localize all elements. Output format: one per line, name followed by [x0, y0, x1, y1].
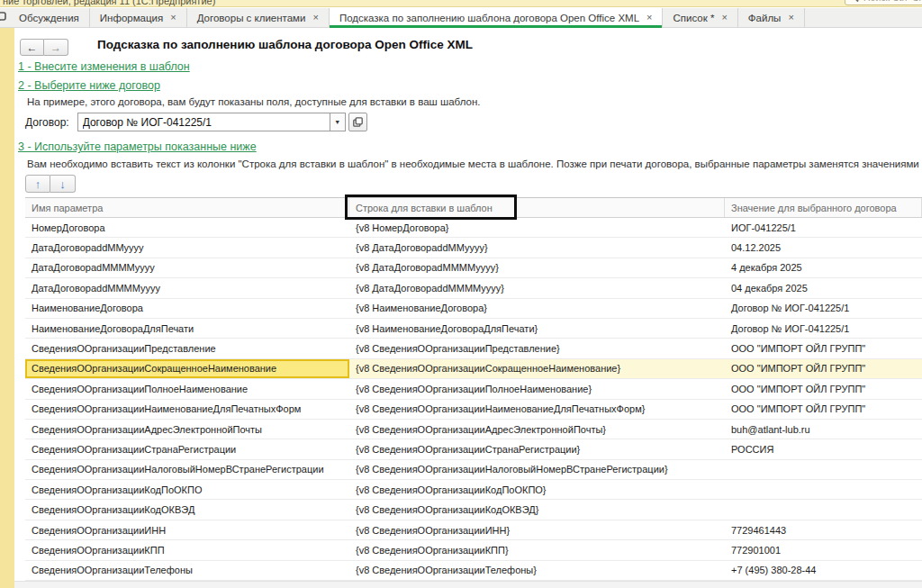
table-row[interactable]: ДатаДоговораdMMMMyyyy{v8 ДатаДоговораdMM… [25, 258, 922, 278]
table-row[interactable]: НаименованиеДоговора{v8 НаименованиеДого… [25, 299, 922, 319]
value-cell[interactable]: 04 декабря 2025 [725, 278, 922, 297]
forward-button[interactable]: → [44, 39, 68, 56]
table-row[interactable]: СведенияООрганизацииТелефоны{v8 Сведения… [25, 561, 922, 581]
table-row[interactable]: СведенияООрганизацииСокращенноеНаименова… [25, 359, 922, 379]
move-down-button[interactable]: ↓ [50, 175, 76, 193]
tab-item-3[interactable]: Подсказка по заполнению шаблона договора… [330, 8, 664, 27]
insert-string-cell[interactable]: {v8 СведенияООрганизацииИНН} [349, 520, 725, 539]
value-cell[interactable]: 772901001 [725, 540, 922, 559]
tab-item-4[interactable]: Список *× [663, 8, 737, 27]
step2-link[interactable]: 2 - Выберите ниже договор [18, 79, 160, 92]
insert-string-cell[interactable]: {v8 СведенияООрганизацииКПП} [349, 540, 725, 559]
contract-input[interactable] [77, 113, 330, 131]
table-row[interactable]: СведенияООрганизацииКодПоОКПО{v8 Сведени… [25, 480, 922, 500]
table-row[interactable]: ДатаДоговораddMMMMyyyy{v8 ДатаДоговораdd… [25, 278, 922, 298]
insert-string-cell[interactable]: {v8 СведенияООрганизацииПредставление} [349, 339, 725, 357]
param-name-cell[interactable]: СведенияООрганизацииСтранаРегистрации [25, 439, 349, 458]
insert-string-cell[interactable]: {v8 СведенияООрганизацииПолноеНаименован… [349, 379, 725, 398]
insert-string-cell[interactable]: {v8 СведенияООрганизацииСтранаРегистраци… [349, 439, 725, 458]
table-row[interactable]: СведенияООрганизацииНалоговыйНомерВСтран… [25, 460, 922, 480]
param-name-cell[interactable]: СведенияООрганизацииКодПоОКПО [25, 480, 349, 499]
table-row[interactable]: СведенияООрганизацииСтранаРегистрации{v8… [25, 439, 922, 459]
insert-string-cell[interactable]: {v8 СведенияООрганизацииСокращенноеНаиме… [349, 359, 725, 378]
global-search-input[interactable]: Поиск Ctrl+Shift+F [845, 0, 922, 5]
table-row[interactable]: НаименованиеДоговораДляПечати{v8 Наимено… [25, 319, 922, 339]
step3-link[interactable]: 3 - Используйте параметры показанные ниж… [18, 140, 257, 153]
insert-string-cell[interactable]: {v8 ДатаДоговораdMMMMyyyy} [349, 258, 725, 277]
param-name-cell[interactable]: СведенияООрганизацииКПП [25, 540, 349, 559]
insert-string-cell[interactable]: {v8 СведенияООрганизацииКодПоОКПО} [349, 480, 725, 499]
back-icon: ← [27, 41, 38, 54]
param-name-cell[interactable]: СведенияООрганизацииПредставление [25, 339, 349, 357]
contract-dropdown-button[interactable]: ▼ [330, 113, 346, 131]
param-name-cell[interactable]: СведенияООрганизацииКодОКВЭД [25, 500, 349, 519]
value-cell[interactable]: Договор № ИОГ-041225/1 [725, 319, 922, 338]
value-cell[interactable]: ИОГ-041225/1 [725, 218, 922, 237]
param-name-cell[interactable]: ДатаДоговораddMMyyyy [25, 238, 349, 257]
insert-string-cell[interactable]: {v8 ДатаДоговораddMMMMyyyy} [349, 278, 725, 297]
tab-close-icon[interactable]: × [646, 13, 652, 23]
table-row[interactable]: СведенияООрганизацииАдресЭлектроннойПочт… [25, 420, 922, 439]
table-row[interactable]: СведенияООрганизацииИНН{v8 СведенияООрга… [25, 520, 922, 540]
value-cell[interactable]: 7729461443 [725, 520, 922, 539]
insert-string-cell[interactable]: {v8 СведенияООрганизацииНалоговыйНомерВС… [349, 460, 725, 479]
step1-link[interactable]: 1 - Внесите изменения в шаблон [18, 60, 190, 73]
param-name-cell[interactable]: СведенияООрганизацииПолноеНаименование [25, 379, 349, 398]
insert-string-cell[interactable]: {v8 СведенияООрганизацииКодОКВЭД} [349, 500, 725, 519]
param-name-cell[interactable]: СведенияООрганизацииСокращенноеНаименова… [25, 359, 349, 378]
insert-string-cell[interactable]: {v8 ДатаДоговораddMMyyyy} [349, 238, 725, 257]
tab-item-2[interactable]: Договоры с клиентами× [187, 8, 330, 27]
param-name-cell[interactable]: НомерДоговора [25, 218, 349, 237]
table-row[interactable]: СведенияООрганизацииПредставление{v8 Све… [25, 339, 922, 358]
table-row[interactable]: НомерДоговора{v8 НомерДоговора}ИОГ-04122… [25, 218, 922, 238]
tab-close-icon[interactable]: × [170, 13, 176, 23]
contract-open-button[interactable] [348, 113, 367, 131]
param-name-cell[interactable]: НаименованиеДоговораДляПечати [25, 319, 349, 338]
value-cell[interactable]: ООО "ИМПОРТ ОЙЛ ГРУПП" [725, 379, 922, 398]
table-row[interactable]: СведенияООрганизацииКодОКВЭД{v8 Сведения… [25, 500, 922, 520]
column-header-insert-string[interactable]: Строка для вставки в шаблон [349, 198, 725, 217]
move-up-button[interactable]: ↑ [25, 175, 50, 193]
value-cell[interactable]: 4 декабря 2025 [725, 258, 922, 277]
value-cell[interactable]: ООО "ИМПОРТ ОЙЛ ГРУПП" [725, 339, 922, 357]
value-cell[interactable]: Договор № ИОГ-041225/1 [725, 299, 922, 318]
table-row[interactable]: СведенияООрганизацииПолноеНаименование{v… [25, 379, 922, 399]
tab-item-0[interactable]: Обсуждения [9, 8, 90, 27]
param-name-cell[interactable]: ДатаДоговораddMMMMyyyy [25, 278, 349, 297]
param-name-cell[interactable]: НаименованиеДоговора [25, 299, 349, 318]
insert-string-cell[interactable]: {v8 НомерДоговора} [349, 218, 725, 237]
value-cell[interactable] [725, 460, 922, 479]
value-cell[interactable]: buh@atlant-lub.ru [725, 420, 922, 439]
param-name-cell[interactable]: СведенияООрганизацииНалоговыйНомерВСтран… [25, 460, 349, 479]
value-cell[interactable]: ООО "ИМПОРТ ОЙЛ ГРУПП" [725, 359, 922, 378]
column-header-parameter-name[interactable]: Имя параметра [25, 198, 349, 217]
param-name-cell[interactable]: СведенияООрганизацииАдресЭлектроннойПочт… [25, 420, 349, 439]
insert-string-cell[interactable]: {v8 НаименованиеДоговораДляПечати} [349, 319, 725, 338]
value-cell[interactable] [725, 480, 922, 499]
tab-item-5[interactable]: Файлы× [738, 8, 805, 27]
value-cell[interactable]: +7 (495) 380-28-44 [725, 561, 922, 580]
table-row[interactable]: СведенияООрганизацииНаименованиеДляПечат… [25, 400, 922, 420]
back-button[interactable]: ← [20, 39, 44, 56]
tab-close-icon[interactable]: × [721, 13, 727, 23]
value-cell[interactable]: ООО "ИМПОРТ ОЙЛ ГРУПП" [725, 400, 922, 419]
insert-string-cell[interactable]: {v8 СведенияООрганизацииТелефоны} [349, 561, 725, 580]
tab-close-icon[interactable]: × [788, 13, 793, 23]
param-name-cell[interactable]: СведенияООрганизацииИНН [25, 520, 349, 539]
step2-note: На примере, этого договора, вам будут по… [27, 96, 480, 107]
param-name-cell[interactable]: СведенияООрганизацииТелефоны [25, 561, 349, 580]
insert-string-cell[interactable]: {v8 СведенияООрганизацииНаименованиеДляП… [349, 400, 725, 419]
value-cell[interactable]: 04.12.2025 [725, 238, 922, 257]
table-row[interactable]: ДатаДоговораddMMyyyy{v8 ДатаДоговораddMM… [25, 238, 922, 258]
insert-string-cell[interactable]: {v8 СведенияООрганизацииАдресЭлектронной… [349, 420, 725, 439]
column-header-selected-contract-value[interactable]: Значение для выбранного договора [725, 198, 922, 217]
table-row[interactable]: СведенияООрганизацииКПП{v8 СведенияООрга… [25, 540, 922, 560]
param-name-cell[interactable]: СведенияООрганизацииНаименованиеДляПечат… [25, 400, 349, 419]
tab-label: Файлы [748, 13, 782, 23]
insert-string-cell[interactable]: {v8 НаименованиеДоговора} [349, 299, 725, 318]
value-cell[interactable]: РОССИЯ [725, 439, 922, 458]
tab-close-icon[interactable]: × [312, 13, 318, 23]
value-cell[interactable] [725, 500, 922, 519]
param-name-cell[interactable]: ДатаДоговораdMMMMyyyy [25, 258, 349, 277]
tab-item-1[interactable]: Информация× [90, 8, 187, 27]
